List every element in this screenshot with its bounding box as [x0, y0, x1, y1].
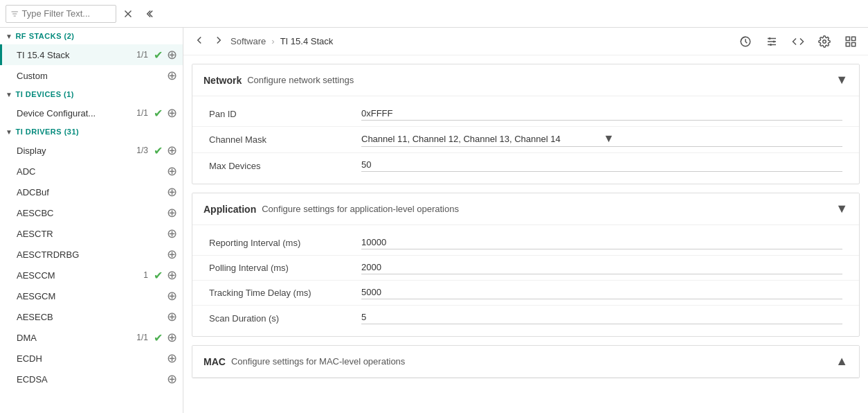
application-title: Application — [204, 204, 256, 215]
pan-id-label: Pan ID — [209, 109, 361, 119]
ecdsa-label: ECDSA — [17, 374, 164, 385]
aesctr-add-icon[interactable]: ⊕ — [167, 226, 177, 241]
grid-icon[interactable] — [842, 33, 860, 51]
sidebar-section-ti-drivers[interactable]: ▼ TI DRIVERS (31) — [0, 123, 183, 140]
svg-point-12 — [823, 39, 826, 43]
scan-duration-label: Scan Duration (s) — [209, 313, 361, 324]
scan-duration-row: Scan Duration (s) 5 — [192, 306, 859, 331]
sidebar-item-aesecb[interactable]: AESECB ⊕ — [0, 306, 183, 327]
rf-stacks-arrow-icon: ▼ — [6, 33, 12, 40]
gear-icon[interactable] — [815, 33, 833, 51]
sidebar-item-ecdsa[interactable]: ECDSA ⊕ — [0, 369, 183, 389]
sidebar-item-aesgcm[interactable]: AESGCM ⊕ — [0, 285, 183, 306]
polling-interval-row: Polling Interval (ms) 2000 — [192, 256, 859, 281]
aesgcm-add-icon[interactable]: ⊕ — [167, 288, 177, 304]
sidebar-section-ti-devices[interactable]: ▼ TI DEVICES (1) — [0, 86, 183, 103]
breadcrumb: Software › TI 15.4 Stack — [230, 36, 732, 46]
sidebar: ▼ RF STACKS (2) TI 15.4 Stack 1/1 ✔ ⊕ Cu… — [0, 28, 183, 413]
ecdh-label: ECDH — [17, 353, 164, 364]
breadcrumb-bar: Software › TI 15.4 Stack — [183, 28, 868, 55]
device-config-count: 1/1 — [136, 108, 148, 118]
aesctrdrbg-add-icon[interactable]: ⊕ — [167, 247, 177, 262]
ecdh-add-icon[interactable]: ⊕ — [167, 351, 177, 366]
max-devices-row: Max Devices 50 — [192, 153, 859, 178]
main-layout: ▼ RF STACKS (2) TI 15.4 Stack 1/1 ✔ ⊕ Cu… — [0, 28, 868, 413]
sidebar-item-custom[interactable]: Custom ⊕ — [0, 65, 183, 86]
sidebar-item-ti-stack[interactable]: TI 15.4 Stack 1/1 ✔ ⊕ — [0, 44, 183, 65]
adc-add-icon[interactable]: ⊕ — [167, 164, 177, 179]
sidebar-item-adc[interactable]: ADC ⊕ — [0, 161, 183, 182]
toolbar — [0, 0, 868, 28]
display-check-icon: ✔ — [154, 144, 163, 157]
channel-mask-value[interactable]: Channel 11, Channel 12, Channel 13, Chan… — [361, 132, 842, 147]
aesecb-label: AESECB — [17, 312, 164, 322]
breadcrumb-current: TI 15.4 Stack — [280, 36, 334, 46]
network-section-header[interactable]: Network Configure network settings ▼ — [192, 64, 859, 96]
reporting-interval-value[interactable]: 10000 — [361, 237, 842, 249]
channel-mask-label: Channel Mask — [209, 134, 361, 145]
ecdsa-add-icon[interactable]: ⊕ — [167, 371, 177, 387]
code-icon[interactable] — [789, 33, 807, 51]
channel-mask-text: Channel 11, Channel 12, Channel 13, Chan… — [361, 134, 601, 144]
back-button[interactable] — [192, 33, 207, 50]
aesccm-count: 1 — [143, 270, 148, 280]
ti-stack-add-icon[interactable]: ⊕ — [167, 47, 177, 62]
application-subtitle: Configure settings for application-level… — [262, 204, 835, 214]
sidebar-item-device-config[interactable]: Device Configurat... 1/1 ✔ ⊕ — [0, 103, 183, 123]
polling-interval-label: Polling Interval (ms) — [209, 263, 361, 273]
application-toggle-icon: ▼ — [835, 202, 848, 216]
application-section: Application Configure settings for appli… — [192, 193, 860, 337]
network-section: Network Configure network settings ▼ Pan… — [192, 64, 860, 184]
mac-section-header[interactable]: MAC Configure settings for MAC-level ope… — [192, 346, 859, 378]
adc-label: ADC — [17, 166, 164, 177]
adcbuf-label: ADCBuf — [17, 187, 164, 197]
display-add-icon[interactable]: ⊕ — [167, 143, 177, 158]
device-config-add-icon[interactable]: ⊕ — [167, 105, 177, 121]
equalizer-icon[interactable] — [763, 33, 781, 51]
polling-interval-value[interactable]: 2000 — [361, 262, 842, 274]
sidebar-item-display[interactable]: Display 1/3 ✔ ⊕ — [0, 140, 183, 161]
network-title: Network — [204, 75, 242, 86]
breadcrumb-separator: › — [271, 36, 274, 46]
forward-button[interactable] — [211, 33, 226, 50]
toolbar-left — [6, 5, 862, 23]
custom-add-icon[interactable]: ⊕ — [167, 68, 177, 83]
aesecb-add-icon[interactable]: ⊕ — [167, 309, 177, 324]
sidebar-section-rf-stacks[interactable]: ▼ RF STACKS (2) — [0, 28, 183, 44]
aesccm-add-icon[interactable]: ⊕ — [167, 267, 177, 283]
dma-add-icon[interactable]: ⊕ — [167, 330, 177, 345]
history-icon[interactable] — [736, 33, 754, 51]
adcbuf-add-icon[interactable]: ⊕ — [167, 184, 177, 200]
scan-duration-value[interactable]: 5 — [361, 312, 842, 324]
sidebar-item-aesctrdrbg[interactable]: AESCTRDRBG ⊕ — [0, 244, 183, 265]
tracking-time-delay-value[interactable]: 5000 — [361, 287, 842, 299]
sidebar-item-dma[interactable]: DMA 1/1 ✔ ⊕ — [0, 327, 183, 348]
device-config-label: Device Configurat... — [17, 108, 134, 118]
aesccm-label: AESCCM — [17, 270, 141, 281]
dma-count: 1/1 — [136, 333, 148, 342]
max-devices-label: Max Devices — [209, 161, 361, 171]
aescbc-add-icon[interactable]: ⊕ — [167, 205, 177, 220]
ti-drivers-arrow-icon: ▼ — [6, 128, 12, 136]
svg-point-11 — [770, 44, 772, 46]
sidebar-item-aescbc[interactable]: AESCBC ⊕ — [0, 202, 183, 223]
pan-id-value[interactable]: 0xFFFF — [361, 108, 842, 121]
collapse-sidebar-button[interactable] — [140, 5, 158, 23]
svg-point-10 — [773, 40, 775, 42]
filter-icon — [10, 9, 19, 19]
sidebar-item-ecdh[interactable]: ECDH ⊕ — [0, 348, 183, 369]
filter-input[interactable] — [21, 8, 111, 19]
sidebar-item-aesccm[interactable]: AESCCM 1 ✔ ⊕ — [0, 265, 183, 285]
reporting-interval-label: Reporting Interval (ms) — [209, 238, 361, 248]
channel-mask-dropdown-icon[interactable]: ▼ — [604, 132, 843, 145]
mac-subtitle: Configure settings for MAC-level operati… — [231, 356, 835, 367]
sidebar-item-aesctr[interactable]: AESCTR ⊕ — [0, 223, 183, 244]
sidebar-item-adcbuf[interactable]: ADCBuf ⊕ — [0, 182, 183, 202]
max-devices-value[interactable]: 50 — [361, 159, 842, 172]
mac-title: MAC — [204, 356, 226, 367]
tracking-time-delay-label: Tracking Time Delay (ms) — [209, 288, 361, 298]
network-toggle-icon: ▼ — [835, 73, 848, 87]
filter-box[interactable] — [6, 5, 116, 23]
close-filter-button[interactable] — [119, 5, 137, 23]
application-section-header[interactable]: Application Configure settings for appli… — [192, 193, 859, 225]
